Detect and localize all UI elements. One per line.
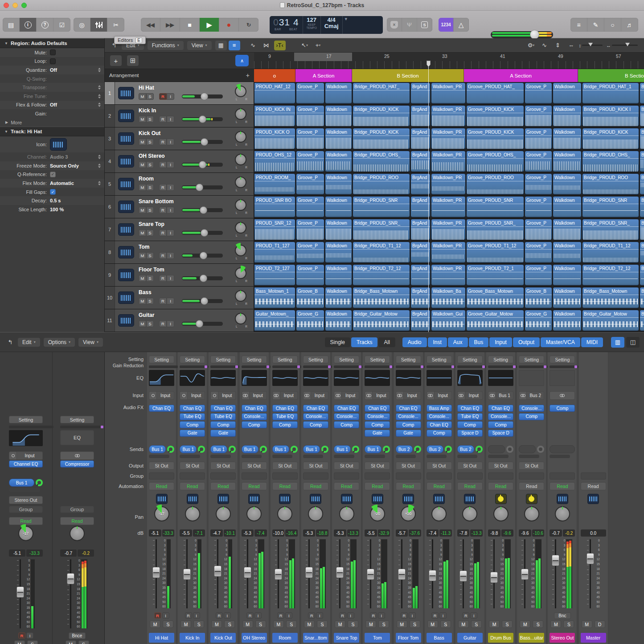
channel-strip[interactable]: SettingCompRead-0.7-0.203691215182124303… <box>548 352 577 644</box>
pan-knob[interactable] <box>235 154 246 165</box>
audio-fx-plugin[interactable]: Chan EQ <box>457 405 483 412</box>
record-enable-button[interactable]: R <box>159 116 167 123</box>
audio-region[interactable]: Bridge_Guitar_Motow <box>353 310 410 331</box>
mixer-filter-input[interactable]: Input <box>489 337 512 347</box>
record-enable-button[interactable]: R <box>159 230 167 236</box>
channel-input-slot[interactable]: Input <box>242 391 267 400</box>
value-stepper[interactable] <box>98 181 101 185</box>
group-slot[interactable] <box>149 472 174 480</box>
fader-rail[interactable] <box>587 539 593 608</box>
mixer-menu-edit[interactable]: Edit▾ <box>18 338 40 347</box>
eq-display[interactable] <box>334 370 359 386</box>
volume-thumb[interactable] <box>199 161 206 168</box>
input-source-label[interactable]: Input <box>17 451 43 460</box>
send-empty-slot[interactable] <box>488 445 505 453</box>
audio-region[interactable]: Brg <box>640 287 644 308</box>
volume-slider[interactable] <box>182 117 223 121</box>
apple-loops-button[interactable]: ○ <box>604 18 621 32</box>
audio-fx-plugin[interactable]: Chan EQ <box>303 405 328 412</box>
output-button[interactable]: St Out <box>457 462 483 470</box>
crossfade-button[interactable]: ⋈ <box>261 41 272 50</box>
audio-region[interactable]: Bass_Motown_1 <box>254 287 295 308</box>
record-enable-button[interactable]: R <box>431 612 439 619</box>
audio-fx-plugin[interactable]: Space D <box>457 430 483 437</box>
audio-region[interactable]: Walkdown_Gui <box>431 310 466 331</box>
fader-cap[interactable] <box>521 569 529 580</box>
audio-region[interactable]: BrgAnd <box>410 242 431 263</box>
mute-button[interactable]: M <box>582 620 592 628</box>
pan-knob[interactable]: -17 <box>154 506 169 521</box>
input-monitor-button[interactable]: I <box>162 612 169 619</box>
send-empty-slot[interactable] <box>550 445 575 453</box>
send-bus-button[interactable]: Bus 1 <box>303 445 320 453</box>
audio-region[interactable]: Groove_P <box>525 173 552 195</box>
quick-help-button[interactable]: ? <box>37 18 53 32</box>
arrangement-marker[interactable]: o <box>254 69 295 82</box>
record-enable-button[interactable]: R <box>159 275 167 282</box>
channel-strip[interactable]: SettingInputBass AmpConsole...Chan EQCom… <box>425 352 454 644</box>
fader-cap[interactable] <box>214 566 222 577</box>
audio-region[interactable]: Bridge_PROUD_T2_12 <box>582 264 639 286</box>
track-header[interactable]: 7Snare TopMSRILR <box>105 218 254 241</box>
mixer-filter-output[interactable]: Output <box>513 337 540 347</box>
tracks-menu-functions[interactable]: Functions▾ <box>148 41 184 50</box>
input-format-icon[interactable] <box>242 391 250 400</box>
send-level-knob[interactable] <box>445 446 452 453</box>
send-bus-button[interactable]: Bus 1 <box>149 445 166 453</box>
automation-mode-button[interactable]: Read <box>396 482 421 490</box>
audio-region[interactable]: Groove_P <box>296 151 324 172</box>
solo-button[interactable]: S <box>146 139 154 145</box>
audio-region[interactable]: Bridge_PROUD_SNR_ <box>582 219 639 240</box>
input-source-label[interactable]: Bus 2 <box>527 391 544 400</box>
pan-knob[interactable] <box>235 199 246 211</box>
input-monitor-button[interactable]: I <box>224 612 231 619</box>
send-slot[interactable] <box>519 445 544 454</box>
audio-region[interactable]: Brg <box>640 264 644 286</box>
mixer-button[interactable] <box>90 18 107 32</box>
solo-button[interactable]: S <box>163 620 173 628</box>
audio-region[interactable]: Brg <box>640 82 644 104</box>
eq-display[interactable] <box>396 370 421 386</box>
mute-button[interactable]: M <box>150 620 160 628</box>
audio-region[interactable]: Walkdown <box>325 196 352 217</box>
track-row[interactable]: 5RoomMSRILRPROUD_ROOM_Groove_PWalkdownBr… <box>105 173 644 196</box>
automation-mode-button[interactable]: Read <box>581 482 606 490</box>
inspector-checkbox[interactable] <box>50 49 56 55</box>
audio-region[interactable]: Groove_PROUD_SNR <box>466 196 524 217</box>
input-monitor-button[interactable]: I <box>26 632 33 639</box>
output-button[interactable]: St Out <box>180 462 205 470</box>
input-monitor-button[interactable]: I <box>193 612 200 619</box>
audio-fx-plugin[interactable]: Console... <box>427 413 452 420</box>
editors-button[interactable]: ✂ <box>107 18 124 32</box>
audio-region[interactable]: Groove_P <box>525 151 552 172</box>
audio-fx-plugin[interactable]: Chan EQ <box>396 405 421 412</box>
pan-knob[interactable] <box>235 108 246 120</box>
record-enable-button[interactable]: R <box>18 632 25 639</box>
send-bus-button[interactable]: Bus 2 <box>457 445 474 453</box>
channel-input-slot[interactable]: Input <box>427 391 452 400</box>
send-level-knob[interactable] <box>36 479 43 486</box>
duplicate-track-button[interactable]: ⊞ <box>127 55 139 66</box>
solo-button[interactable]: S <box>193 620 204 628</box>
channel-strip[interactable]: SettingInputChan EQConsole...CompBus 1St… <box>240 352 269 644</box>
send-bus-button[interactable]: Bus 1 <box>334 445 351 453</box>
audio-region[interactable]: Groove_PROUD_HAT_ <box>466 82 524 104</box>
audio-fx-plugin[interactable]: Console... <box>365 413 390 420</box>
input-monitor-button[interactable]: I <box>167 139 174 145</box>
audio-region[interactable]: Groove_Guitar_Motow <box>466 310 524 331</box>
value-stepper[interactable] <box>98 94 101 98</box>
channel-input-slot[interactable]: Input <box>210 391 236 400</box>
audio-region[interactable]: Walkdown_PR <box>431 219 466 240</box>
fader-rail[interactable] <box>367 539 373 608</box>
track-lane[interactable]: PROUD_SNR_12Groove_PWalkdownBridge_PROUD… <box>254 218 644 241</box>
send-level-knob[interactable] <box>260 446 267 453</box>
send-level-knob[interactable] <box>167 446 174 453</box>
audio-fx-plugin[interactable]: Gate <box>210 430 236 437</box>
pan-knob[interactable] <box>277 506 292 521</box>
add-track-button[interactable]: + <box>110 55 122 66</box>
channel-name-label[interactable]: Kick In <box>180 633 205 643</box>
record-enable-button[interactable]: R <box>185 612 192 619</box>
send-level-knob[interactable] <box>229 446 236 453</box>
auto-track-zoom-button[interactable]: ⇕ <box>552 41 564 50</box>
audio-region[interactable]: Walkdown_PR <box>431 173 466 195</box>
